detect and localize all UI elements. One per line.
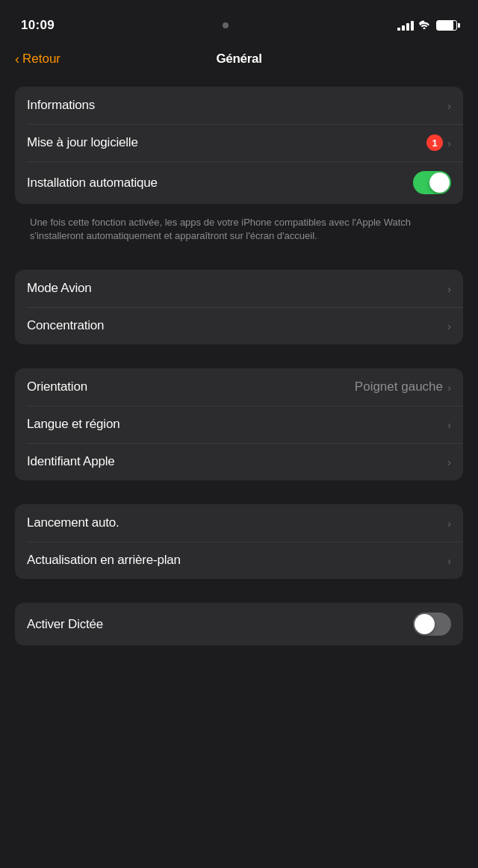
informations-label: Informations — [27, 98, 95, 113]
status-bar: 10:09 — [0, 0, 478, 40]
identifiant-apple-row[interactable]: Identifiant Apple › — [15, 443, 463, 480]
spacer-3 — [15, 486, 463, 504]
orientation-label: Orientation — [27, 379, 87, 394]
identifiant-apple-label: Identifiant Apple — [27, 454, 115, 469]
chevron-icon: › — [447, 282, 451, 295]
spacer-2 — [15, 350, 463, 368]
battery-icon — [436, 20, 457, 31]
langue-region-label: Langue et région — [27, 417, 120, 432]
mise-a-jour-row[interactable]: Mise à jour logicielle 1 › — [15, 124, 463, 161]
back-button[interactable]: ‹ Retour — [15, 52, 60, 67]
status-icons — [397, 19, 457, 31]
activer-dictee-toggle[interactable] — [413, 613, 451, 636]
update-badge: 1 — [426, 134, 443, 151]
activer-dictee-label: Activer Dictée — [27, 617, 103, 632]
chevron-icon: › — [447, 137, 451, 149]
concentration-label: Concentration — [27, 318, 104, 333]
spacer-1 — [15, 252, 463, 270]
orientation-value: Poignet gauche — [355, 379, 443, 394]
settings-group-3: Orientation Poignet gauche › Langue et r… — [15, 368, 463, 480]
dynamic-island-dot — [223, 22, 229, 28]
chevron-icon: › — [447, 99, 451, 112]
settings-group-1: Informations › Mise à jour logicielle 1 … — [15, 87, 463, 204]
status-time: 10:09 — [21, 18, 55, 33]
mode-avion-label: Mode Avion — [27, 281, 92, 296]
settings-group-4: Lancement auto. › Actualisation en arriè… — [15, 504, 463, 579]
lancement-auto-row[interactable]: Lancement auto. › — [15, 504, 463, 542]
chevron-icon: › — [447, 456, 451, 468]
page-title: Général — [216, 52, 261, 66]
settings-group-5: Activer Dictée — [15, 603, 463, 645]
chevron-icon: › — [447, 554, 451, 567]
spacer-4 — [15, 585, 463, 603]
settings-content: Informations › Mise à jour logicielle 1 … — [0, 78, 478, 660]
installation-auto-label: Installation automatique — [27, 176, 158, 190]
wifi-icon — [418, 19, 430, 31]
activer-dictee-row[interactable]: Activer Dictée — [15, 603, 463, 645]
actualisation-row[interactable]: Actualisation en arrière-plan › — [15, 542, 463, 579]
chevron-icon: › — [447, 418, 451, 431]
nav-bar: ‹ Retour Général — [0, 40, 478, 78]
signal-icon — [397, 21, 414, 31]
installation-auto-row[interactable]: Installation automatique — [15, 161, 463, 204]
chevron-icon: › — [447, 320, 451, 332]
settings-group-2: Mode Avion › Concentration › — [15, 270, 463, 344]
lancement-auto-label: Lancement auto. — [27, 515, 120, 530]
phone-frame: 10:09 ‹ Retour Général — [0, 0, 478, 868]
mode-avion-row[interactable]: Mode Avion › — [15, 270, 463, 307]
installation-auto-toggle[interactable] — [413, 171, 451, 194]
back-chevron-icon: ‹ — [15, 52, 19, 67]
mise-a-jour-label: Mise à jour logicielle — [27, 135, 138, 150]
informations-row[interactable]: Informations › — [15, 87, 463, 124]
chevron-icon: › — [447, 381, 451, 394]
concentration-row[interactable]: Concentration › — [15, 307, 463, 344]
back-label: Retour — [22, 52, 60, 66]
chevron-icon: › — [447, 517, 451, 530]
orientation-row[interactable]: Orientation Poignet gauche › — [15, 368, 463, 406]
actualisation-label: Actualisation en arrière-plan — [27, 553, 181, 568]
langue-region-row[interactable]: Langue et région › — [15, 406, 463, 443]
installation-auto-note: Une fois cette fonction activée, les app… — [15, 210, 463, 252]
